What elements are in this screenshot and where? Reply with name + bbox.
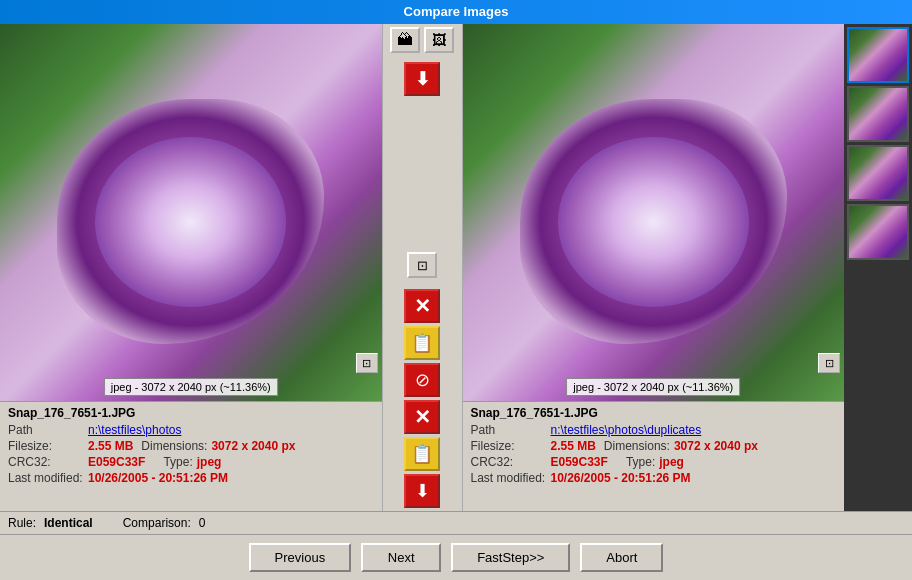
right-path-label: Path xyxy=(471,423,551,437)
left-resize-btn[interactable]: ⊡ xyxy=(356,353,378,373)
thumbnail-3[interactable] xyxy=(847,145,909,201)
left-dimensions-label: Dimensions: xyxy=(141,439,207,453)
comparison-label: Comparison: xyxy=(123,516,191,530)
download-right-btn[interactable]: ⬇ xyxy=(404,474,440,508)
right-type-value: jpeg xyxy=(659,455,684,469)
left-image xyxy=(0,24,382,401)
down-arrow-icon: ⬇ xyxy=(415,68,430,90)
delete-left-icon: ✕ xyxy=(414,296,431,316)
right-crc32-label: CRC32: xyxy=(471,455,551,469)
thumbnail-4[interactable] xyxy=(847,204,909,260)
left-type-label: Type: xyxy=(163,455,192,469)
action-buttons: ✕ 📋 ⊘ ✕ 📋 ⬇ xyxy=(404,289,440,508)
delete-right-icon: ✕ xyxy=(414,407,431,427)
rule-comparison-row: Rule: Identical Comparison: 0 xyxy=(0,512,912,534)
thumbnail-2[interactable] xyxy=(847,86,909,142)
delete-right-btn[interactable]: ✕ xyxy=(404,400,440,434)
mountain-icon-1: 🏔 xyxy=(397,31,413,49)
move-left-btn[interactable]: 📋 xyxy=(404,326,440,360)
left-path-value[interactable]: n:\testfiles\photos xyxy=(88,423,181,437)
right-type-label: Type: xyxy=(626,455,655,469)
view-tab-2[interactable]: 🖼 xyxy=(424,27,454,53)
right-filesize-label: Filesize: xyxy=(471,439,551,453)
bottom-section: Rule: Identical Comparison: 0 Previous N… xyxy=(0,511,912,580)
no-left-icon: ⊘ xyxy=(415,369,430,391)
mountain-icon-2: 🖼 xyxy=(432,32,446,48)
left-modified-value: 10/26/2005 - 20:51:26 PM xyxy=(88,471,228,485)
left-file-info: Snap_176_7651-1.JPG Path n:\testfiles\ph… xyxy=(0,401,382,511)
next-button[interactable]: Next xyxy=(361,543,441,572)
left-modified-label: Last modified: xyxy=(8,471,88,485)
resize-icon: ⊡ xyxy=(417,258,428,273)
right-dimensions-value: 3072 x 2040 px xyxy=(674,439,758,453)
center-resize-btn[interactable]: ⊡ xyxy=(407,252,437,278)
right-modified-value: 10/26/2005 - 20:51:26 PM xyxy=(551,471,691,485)
comparison-value: 0 xyxy=(199,516,206,530)
left-crc32-label: CRC32: xyxy=(8,455,88,469)
no-left-btn[interactable]: ⊘ xyxy=(404,363,440,397)
left-path-label: Path xyxy=(8,423,88,437)
faststep-button[interactable]: FastStep>> xyxy=(451,543,570,572)
title-text: Compare Images xyxy=(404,4,509,19)
right-crc32-value: E059C33F xyxy=(551,455,608,469)
rule-label: Rule: xyxy=(8,516,36,530)
previous-button[interactable]: Previous xyxy=(249,543,352,572)
center-download-btn[interactable]: ⬇ xyxy=(404,62,440,96)
right-dimensions-label: Dimensions: xyxy=(604,439,670,453)
right-filename: Snap_176_7651-1.JPG xyxy=(471,406,837,420)
download-right-icon: ⬇ xyxy=(415,480,430,502)
abort-button[interactable]: Abort xyxy=(580,543,663,572)
copy-left-icon: 📋 xyxy=(411,332,433,354)
delete-left-btn[interactable]: ✕ xyxy=(404,289,440,323)
left-type-value: jpeg xyxy=(197,455,222,469)
left-filename: Snap_176_7651-1.JPG xyxy=(8,406,374,420)
right-resize-btn[interactable]: ⊡ xyxy=(818,353,840,373)
title-bar: Compare Images xyxy=(0,0,912,24)
thumbnail-1[interactable] xyxy=(847,27,909,83)
left-image-label: jpeg - 3072 x 2040 px (~11.36%) xyxy=(104,378,278,396)
right-image-label: jpeg - 3072 x 2040 px (~11.36%) xyxy=(566,378,740,396)
right-modified-label: Last modified: xyxy=(471,471,551,485)
move-right-btn[interactable]: 📋 xyxy=(404,437,440,471)
footer-buttons: Previous Next FastStep>> Abort xyxy=(0,534,912,580)
left-filesize-label: Filesize: xyxy=(8,439,88,453)
left-crc32-value: E059C33F xyxy=(88,455,145,469)
left-dimensions-value: 3072 x 2040 px xyxy=(211,439,295,453)
right-filesize-value: 2.55 MB xyxy=(551,439,596,453)
right-path-value[interactable]: n:\testfiles\photos\duplicates xyxy=(551,423,702,437)
center-col: 🏔 🖼 ⬇ ⊡ ✕ 📋 xyxy=(383,24,463,511)
thumbnail-panel xyxy=(844,24,912,511)
right-file-info: Snap_176_7651-1.JPG Path n:\testfiles\ph… xyxy=(463,401,845,511)
view-tab-1[interactable]: 🏔 xyxy=(390,27,420,53)
left-filesize-value: 2.55 MB xyxy=(88,439,133,453)
copy-right-icon: 📋 xyxy=(411,443,433,465)
view-tabs: 🏔 🖼 xyxy=(390,27,454,53)
right-image xyxy=(463,24,845,401)
rule-value: Identical xyxy=(44,516,93,530)
